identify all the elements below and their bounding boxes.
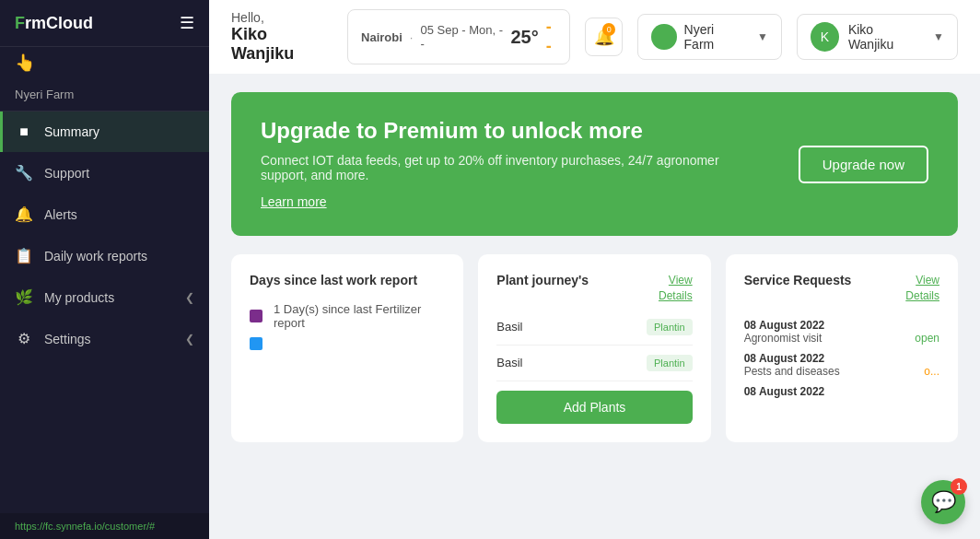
sidebar-item-summary[interactable]: ■ Summary bbox=[0, 111, 209, 152]
greeting-hello: Hello, bbox=[231, 10, 332, 25]
report-bar-label: 1 Day(s) since last Fertilizer report bbox=[274, 302, 445, 330]
plant-badge-2: Plantin bbox=[647, 355, 693, 371]
user-chevron-icon: ▼ bbox=[933, 30, 944, 43]
blue-bar-icon bbox=[250, 337, 262, 350]
sidebar-logo: FrmCloud ☰ bbox=[0, 0, 209, 47]
sidebar-item-daily-work-reports[interactable]: 📋 Daily work reports bbox=[0, 235, 209, 276]
weather-temp: 25° bbox=[510, 27, 538, 48]
learn-more-link[interactable]: Learn more bbox=[261, 194, 327, 209]
weather-date: 05 Sep - Mon, -- bbox=[420, 23, 503, 51]
service-entry-2: 08 August 2022 Pests and diseases o... bbox=[744, 352, 939, 378]
days-report-content: 1 Day(s) since last Fertilizer report bbox=[250, 302, 445, 350]
upgrade-title: Upgrade to Premium to unlock more bbox=[261, 118, 767, 144]
sidebar-item-label-support: Support bbox=[44, 166, 89, 181]
upgrade-text: Upgrade to Premium to unlock more Connec… bbox=[261, 118, 767, 210]
sidebar-nav: ■ Summary 🔧 Support 🔔 Alerts 📋 Daily wor… bbox=[0, 111, 209, 513]
plant-badge-1: Plantin bbox=[647, 319, 693, 335]
plant-name-1: Basil bbox=[496, 320, 522, 334]
summary-icon: ■ bbox=[15, 123, 33, 140]
service-requests-view-details[interactable]: View Details bbox=[905, 273, 939, 304]
sidebar-item-alerts[interactable]: 🔔 Alerts bbox=[0, 193, 209, 235]
settings-icon: ⚙ bbox=[15, 330, 33, 347]
my-products-arrow-icon: ❮ bbox=[185, 291, 194, 304]
sidebar-item-label-daily-work-reports: Daily work reports bbox=[44, 249, 147, 264]
plant-name-2: Basil bbox=[496, 356, 522, 369]
service-status-1[interactable]: open bbox=[915, 332, 939, 345]
days-report-title: Days since last work report bbox=[250, 273, 417, 287]
report-bar-text: 1 Day(s) since last Fertilizer report bbox=[274, 302, 445, 330]
sidebar-item-label-summary: Summary bbox=[44, 124, 99, 139]
main-content: Hello, Kiko Wanjiku Nairobi · 05 Sep - M… bbox=[209, 0, 980, 539]
plant-journeys-header: Plant journey's View Details bbox=[496, 273, 692, 304]
user-avatar: K bbox=[811, 22, 839, 52]
farm-name: Nyeri Farm bbox=[0, 78, 209, 111]
farm-selector[interactable]: Nyeri Farm ▼ bbox=[637, 14, 781, 60]
farm-avatar bbox=[651, 24, 676, 50]
service-requests-card: Service Requests View Details 08 August … bbox=[726, 254, 958, 442]
content-area: Upgrade to Premium to unlock more Connec… bbox=[209, 74, 980, 539]
chat-notification-badge: 1 bbox=[951, 478, 967, 495]
cards-row: Days since last work report 1 Day(s) sin… bbox=[231, 254, 958, 442]
sidebar-item-support[interactable]: 🔧 Support bbox=[0, 152, 209, 193]
sidebar: FrmCloud ☰ 👆 Nyeri Farm ■ Summary 🔧 Supp… bbox=[0, 0, 209, 539]
service-entry-1: 08 August 2022 Agronomist visit open bbox=[744, 319, 939, 345]
greeting: Hello, Kiko Wanjiku bbox=[231, 10, 332, 64]
service-requests-content: 08 August 2022 Agronomist visit open 08 … bbox=[744, 319, 939, 398]
service-entry-3: 08 August 2022 bbox=[744, 385, 939, 398]
daily-reports-icon: 📋 bbox=[15, 247, 33, 264]
service-date-1: 08 August 2022 bbox=[744, 319, 939, 332]
sidebar-item-label-alerts: Alerts bbox=[44, 207, 77, 222]
notification-button[interactable]: 🔔 0 bbox=[585, 18, 623, 56]
greeting-name: Kiko Wanjiku bbox=[231, 25, 332, 64]
my-products-icon: 🌿 bbox=[15, 288, 33, 306]
sidebar-item-my-products[interactable]: 🌿 My products ❮ bbox=[0, 276, 209, 318]
service-detail-2: Pests and diseases o... bbox=[744, 365, 939, 378]
upgrade-now-button[interactable]: Upgrade now bbox=[799, 146, 928, 183]
upgrade-description: Connect IOT data feeds, get up to 20% of… bbox=[261, 153, 767, 182]
service-date-3: 08 August 2022 bbox=[744, 385, 939, 398]
support-icon: 🔧 bbox=[15, 164, 33, 182]
service-desc-1: Agronomist visit bbox=[744, 332, 822, 345]
farm-widget-name: Nyeri Farm bbox=[684, 22, 746, 52]
farm-chevron-icon: ▼ bbox=[757, 30, 768, 43]
chat-icon: 💬 bbox=[931, 490, 956, 514]
user-name: Kiko Wanjiku bbox=[848, 22, 920, 52]
weather-separator: · bbox=[410, 30, 414, 44]
plant-journeys-card: Plant journey's View Details Basil Plant… bbox=[478, 254, 710, 442]
service-requests-header: Service Requests View Details bbox=[744, 273, 939, 304]
plant-journeys-view-details[interactable]: View Details bbox=[659, 273, 693, 304]
plant-row-1: Basil Plantin bbox=[496, 319, 692, 346]
add-plants-button[interactable]: Add Plants bbox=[496, 391, 692, 424]
service-desc-2: Pests and diseases bbox=[744, 365, 840, 378]
sidebar-item-settings[interactable]: ⚙ Settings ❮ bbox=[0, 318, 209, 359]
plant-journeys-title: Plant journey's bbox=[496, 273, 589, 287]
service-status-2[interactable]: o... bbox=[924, 365, 939, 378]
logo: FrmCloud bbox=[15, 14, 93, 33]
sidebar-item-label-settings: Settings bbox=[44, 332, 91, 346]
plant-journeys-content: Basil Plantin Basil Plantin Add Plants bbox=[496, 319, 692, 424]
settings-arrow-icon: ❮ bbox=[185, 333, 194, 346]
cursor-area: 👆 bbox=[0, 47, 209, 78]
upgrade-banner: Upgrade to Premium to unlock more Connec… bbox=[231, 92, 958, 236]
weather-location: Nairobi bbox=[361, 30, 402, 44]
purple-bar-icon bbox=[250, 310, 262, 322]
chat-button[interactable]: 💬 1 bbox=[921, 480, 965, 524]
report-bar-1: 1 Day(s) since last Fertilizer report bbox=[250, 302, 445, 330]
alerts-icon: 🔔 bbox=[15, 205, 33, 223]
days-report-header: Days since last work report bbox=[250, 273, 445, 287]
topbar: Hello, Kiko Wanjiku Nairobi · 05 Sep - M… bbox=[209, 0, 980, 74]
plant-row-2: Basil Plantin bbox=[496, 355, 692, 381]
service-requests-title: Service Requests bbox=[744, 273, 852, 287]
report-bar-2 bbox=[250, 337, 445, 350]
days-report-card: Days since last work report 1 Day(s) sin… bbox=[231, 254, 463, 442]
weather-widget: Nairobi · 05 Sep - Mon, -- 25° -- bbox=[347, 9, 570, 64]
sidebar-item-label-my-products: My products bbox=[44, 290, 114, 305]
sidebar-footer-url: https://fc.synnefa.io/customer/# bbox=[0, 513, 209, 539]
hamburger-icon[interactable]: ☰ bbox=[180, 13, 194, 33]
service-detail-1: Agronomist visit open bbox=[744, 332, 939, 345]
service-date-2: 08 August 2022 bbox=[744, 352, 939, 365]
weather-condition: -- bbox=[546, 18, 556, 56]
user-menu[interactable]: K Kiko Wanjiku ▼ bbox=[797, 14, 958, 60]
